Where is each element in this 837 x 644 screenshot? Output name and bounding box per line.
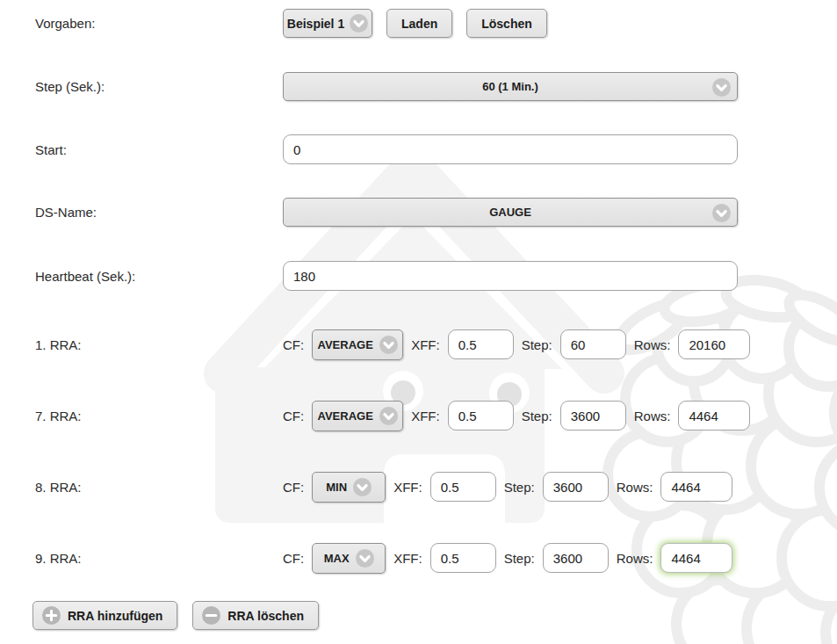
xff-input[interactable] bbox=[448, 329, 514, 359]
remove-rra-button[interactable]: RRA löschen bbox=[192, 601, 319, 630]
chevron-down-icon bbox=[712, 78, 731, 97]
cf-label: CF: bbox=[283, 409, 304, 423]
ds-name-row: DS-Name: GAUGE bbox=[35, 198, 738, 227]
presets-label: Vorgaben: bbox=[35, 16, 283, 31]
xff-input[interactable] bbox=[430, 472, 496, 502]
rows-input[interactable] bbox=[678, 401, 750, 431]
chevron-down-icon bbox=[353, 478, 372, 496]
cf-select[interactable]: MIN bbox=[312, 472, 386, 503]
xff-input[interactable] bbox=[448, 401, 514, 431]
step-input[interactable] bbox=[543, 543, 609, 573]
rows-input[interactable] bbox=[678, 329, 750, 359]
footer-actions: RRA hinzufügen RRA löschen bbox=[32, 601, 319, 630]
rrd-configuration-page: Vorgaben: Beispiel 1 Laden Löschen Step … bbox=[0, 0, 837, 644]
step-label: Step: bbox=[522, 409, 552, 423]
add-rra-button-label: RRA hinzufügen bbox=[68, 609, 162, 623]
rra-row-label: 1. RRA: bbox=[35, 337, 283, 352]
step-label: Step: bbox=[504, 480, 535, 495]
heartbeat-row: Heartbeat (Sek.): bbox=[35, 261, 738, 291]
cf-select[interactable]: AVERAGE bbox=[312, 329, 403, 360]
cf-select[interactable]: MAX bbox=[312, 543, 386, 574]
preset-select[interactable]: Beispiel 1 bbox=[283, 9, 372, 38]
xff-label: XFF: bbox=[411, 337, 440, 352]
step-select-value: 60 (1 Min.) bbox=[482, 80, 538, 93]
cf-label: CF: bbox=[283, 337, 304, 352]
step-input[interactable] bbox=[560, 401, 626, 431]
cf-select[interactable]: AVERAGE bbox=[312, 401, 403, 431]
minus-circle-icon bbox=[202, 606, 220, 625]
step-label: Step: bbox=[504, 551, 535, 566]
plus-circle-icon bbox=[42, 606, 61, 625]
start-input[interactable] bbox=[283, 134, 738, 164]
cf-select-value: AVERAGE bbox=[318, 338, 373, 351]
step-row: Step (Sek.): 60 (1 Min.) bbox=[35, 72, 738, 101]
rra-row-1: 1. RRA: CF: AVERAGE XFF: Step: Rows: bbox=[35, 329, 750, 360]
rra-row-label: 8. RRA: bbox=[35, 480, 283, 495]
xff-label: XFF: bbox=[393, 480, 422, 495]
delete-preset-button[interactable]: Löschen bbox=[466, 9, 547, 38]
add-rra-button[interactable]: RRA hinzufügen bbox=[32, 601, 177, 630]
chevron-down-icon bbox=[379, 336, 398, 354]
xff-input[interactable] bbox=[430, 543, 496, 573]
step-label: Step: bbox=[522, 337, 552, 352]
heartbeat-label: Heartbeat (Sek.): bbox=[35, 269, 283, 284]
start-row: Start: bbox=[35, 134, 738, 164]
presets-row: Vorgaben: Beispiel 1 Laden Löschen bbox=[35, 9, 547, 38]
rra-row-7: 7. RRA: CF: AVERAGE XFF: Step: Rows: bbox=[35, 400, 750, 431]
rows-input-focused[interactable] bbox=[660, 543, 732, 573]
step-input[interactable] bbox=[560, 329, 626, 359]
rra-row-label: 7. RRA: bbox=[35, 409, 283, 423]
rows-label: Rows: bbox=[634, 337, 671, 352]
remove-rra-button-label: RRA löschen bbox=[227, 609, 304, 623]
step-input[interactable] bbox=[543, 472, 609, 502]
rra-row-9: 9. RRA: CF: MAX XFF: Step: Rows: bbox=[35, 542, 732, 574]
rra-row-label: 9. RRA: bbox=[35, 551, 283, 566]
cf-select-value: MAX bbox=[324, 552, 350, 565]
preset-select-value: Beispiel 1 bbox=[287, 17, 344, 31]
rows-input[interactable] bbox=[660, 472, 732, 502]
step-label: Step (Sek.): bbox=[35, 79, 283, 94]
rows-label: Rows: bbox=[634, 409, 671, 423]
rra-row-8: 8. RRA: CF: MIN XFF: Step: Rows: bbox=[35, 471, 732, 503]
ds-name-select-value: GAUGE bbox=[489, 206, 531, 219]
rows-label: Rows: bbox=[617, 480, 653, 495]
chevron-down-icon bbox=[350, 14, 368, 33]
rows-label: Rows: bbox=[617, 551, 653, 566]
cf-label: CF: bbox=[283, 480, 304, 495]
ds-name-label: DS-Name: bbox=[35, 205, 283, 220]
xff-label: XFF: bbox=[393, 551, 422, 566]
cf-select-value: MIN bbox=[326, 481, 347, 494]
chevron-down-icon bbox=[712, 204, 731, 222]
cf-label: CF: bbox=[283, 551, 304, 566]
chevron-down-icon bbox=[379, 407, 398, 425]
step-select[interactable]: 60 (1 Min.) bbox=[283, 72, 738, 101]
xff-label: XFF: bbox=[411, 409, 440, 423]
start-label: Start: bbox=[35, 142, 283, 157]
heartbeat-input[interactable] bbox=[283, 261, 738, 291]
chevron-down-icon bbox=[356, 549, 374, 568]
load-button[interactable]: Laden bbox=[386, 9, 452, 38]
cf-select-value: AVERAGE bbox=[318, 409, 373, 423]
ds-name-select[interactable]: GAUGE bbox=[283, 198, 738, 227]
